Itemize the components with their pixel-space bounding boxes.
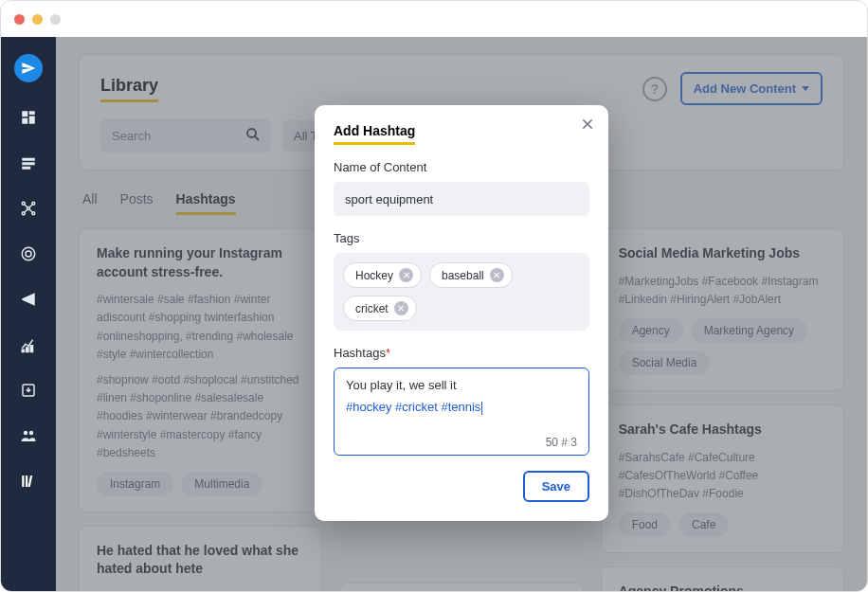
download-icon[interactable] [18, 380, 39, 401]
tag-pill: Hockey✕ [343, 262, 422, 288]
tags-label: Tags [334, 231, 589, 245]
svg-rect-25 [26, 475, 27, 487]
svg-rect-0 [22, 111, 27, 117]
name-label: Name of Content [334, 160, 589, 174]
main-content: Library ? Add New Content All Tea... Rec… [56, 37, 867, 591]
dashboard-icon[interactable] [18, 107, 39, 128]
svg-point-17 [26, 251, 31, 257]
svg-point-7 [27, 207, 30, 210]
hashtags-textarea[interactable]: You play it, we sell it #hockey #cricket… [334, 368, 589, 456]
svg-rect-6 [22, 167, 30, 170]
svg-point-22 [24, 431, 28, 436]
team-icon[interactable] [18, 425, 39, 446]
svg-rect-24 [22, 475, 24, 487]
modal-title: Add Hashtag [334, 123, 415, 145]
remove-tag-icon[interactable]: ✕ [394, 301, 408, 315]
svg-line-13 [30, 205, 32, 206]
svg-rect-4 [22, 158, 35, 161]
window-titlebar [1, 1, 867, 37]
tags-container[interactable]: Hockey✕ baseball✕ cricket✕ [334, 253, 589, 331]
svg-point-23 [29, 431, 34, 436]
network-icon[interactable] [18, 198, 39, 219]
svg-line-15 [30, 210, 32, 212]
library-icon[interactable] [18, 471, 39, 492]
analytics-icon[interactable] [18, 334, 39, 355]
app-logo[interactable] [14, 54, 43, 82]
svg-point-10 [22, 212, 25, 215]
support-icon[interactable] [18, 243, 39, 264]
hashtags-line: #hockey #cricket #tennis [346, 400, 577, 415]
tag-pill: cricket✕ [343, 296, 417, 321]
svg-rect-3 [22, 118, 27, 124]
text-cursor [481, 402, 482, 415]
svg-line-14 [25, 210, 27, 212]
svg-rect-18 [22, 350, 24, 351]
svg-point-9 [32, 202, 35, 205]
svg-rect-2 [29, 117, 35, 124]
svg-point-8 [22, 202, 25, 205]
modal-overlay[interactable]: Add Hashtag Name of Content Tags Hockey✕… [56, 37, 867, 591]
svg-rect-26 [28, 475, 33, 487]
svg-rect-1 [29, 111, 35, 115]
svg-rect-5 [22, 162, 35, 165]
close-window-dot[interactable] [14, 14, 25, 25]
close-icon[interactable] [580, 117, 595, 132]
save-button[interactable]: Save [523, 471, 589, 502]
svg-rect-20 [30, 346, 32, 352]
svg-line-12 [25, 205, 27, 206]
hashtag-counter: 50 # 3 [346, 436, 577, 449]
hashtags-line: You play it, we sell it [346, 378, 577, 392]
feed-icon[interactable] [18, 152, 39, 173]
minimize-window-dot[interactable] [32, 14, 43, 25]
tag-pill: baseball✕ [429, 262, 513, 288]
add-hashtag-modal: Add Hashtag Name of Content Tags Hockey✕… [315, 105, 608, 521]
remove-tag-icon[interactable]: ✕ [490, 268, 504, 282]
svg-rect-19 [27, 348, 28, 352]
content-name-input[interactable] [334, 182, 589, 216]
maximize-window-dot [50, 14, 61, 25]
remove-tag-icon[interactable]: ✕ [399, 268, 413, 282]
hashtags-label: Hashtags* [334, 346, 589, 360]
campaigns-icon[interactable] [18, 289, 39, 310]
left-sidebar [1, 37, 56, 591]
svg-point-16 [22, 247, 35, 260]
svg-point-11 [32, 212, 35, 215]
